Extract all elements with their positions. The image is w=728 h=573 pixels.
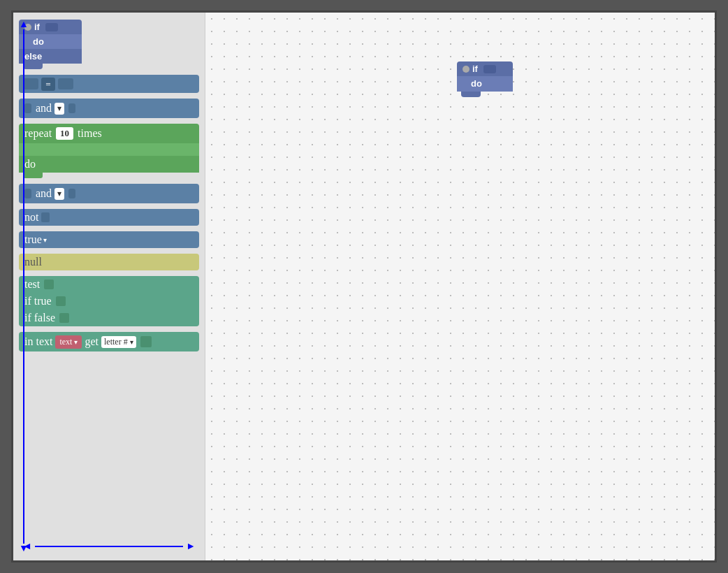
- letter-arr[interactable]: ▾: [130, 338, 133, 346]
- block-intext[interactable]: in text text ▾ get letter # ▾: [19, 332, 199, 351]
- canvas-area[interactable]: if do repeat 10 times do: [205, 13, 715, 560]
- eq-icon: ＝: [41, 78, 55, 91]
- canvas-if-block[interactable]: if do: [457, 61, 513, 97]
- block-and-2[interactable]: and ▾: [19, 184, 199, 203]
- canvas-gear-icon: [463, 66, 469, 73]
- canvas-if-label: if: [472, 64, 478, 74]
- repeat-label: repeat: [24, 127, 52, 140]
- if-label: if: [34, 22, 40, 32]
- get-label: get: [85, 335, 99, 348]
- text-value: text: [59, 337, 72, 347]
- block-and-1[interactable]: and ▾: [19, 99, 199, 118]
- canvas-do-label: do: [471, 78, 482, 89]
- text-dropdown[interactable]: ▾: [74, 338, 78, 346]
- block-true[interactable]: true ▾: [19, 231, 199, 248]
- letter-label: letter #: [104, 337, 128, 347]
- repeat-body: [19, 143, 199, 156]
- main-container: ▲ ▼ if do else ＝: [11, 10, 717, 563]
- if-true-slot: [56, 296, 66, 306]
- not-slot: [41, 212, 50, 222]
- and-label-2: and: [36, 187, 52, 200]
- in-text-label: in text: [24, 335, 52, 348]
- slot-end: [140, 336, 152, 347]
- text-slot[interactable]: text ▾: [55, 335, 82, 349]
- test-slot: [44, 280, 54, 289]
- true-dropdown[interactable]: ▾: [43, 236, 47, 244]
- repeat-num: 10: [56, 127, 73, 140]
- block-test[interactable]: test if true if false: [19, 276, 199, 326]
- sidebar: if do else ＝ and ▾ repea: [13, 13, 205, 560]
- block-repeat-sidebar[interactable]: repeat 10 times do: [19, 124, 199, 178]
- if-false-label: if false: [24, 312, 55, 324]
- block-null[interactable]: null: [19, 254, 199, 270]
- slot-right: [58, 78, 73, 89]
- block-equals[interactable]: ＝: [19, 75, 199, 93]
- block-not[interactable]: not: [19, 209, 199, 226]
- notch-slot: [45, 23, 58, 31]
- puzzle-right: [68, 103, 75, 113]
- letter-dropdown[interactable]: letter # ▾: [101, 336, 136, 348]
- puzzle-right-2: [68, 189, 75, 198]
- and-dropdown-2[interactable]: ▾: [54, 188, 64, 200]
- canvas-if-slot: [483, 65, 496, 73]
- times-label: times: [78, 127, 102, 140]
- horizontal-arrow-area: ◄ ►: [19, 539, 199, 553]
- and-label-1: and: [36, 102, 52, 115]
- if-false-slot: [59, 313, 69, 323]
- do-label: do: [33, 36, 44, 47]
- and-dropdown-1[interactable]: ▾: [54, 103, 64, 115]
